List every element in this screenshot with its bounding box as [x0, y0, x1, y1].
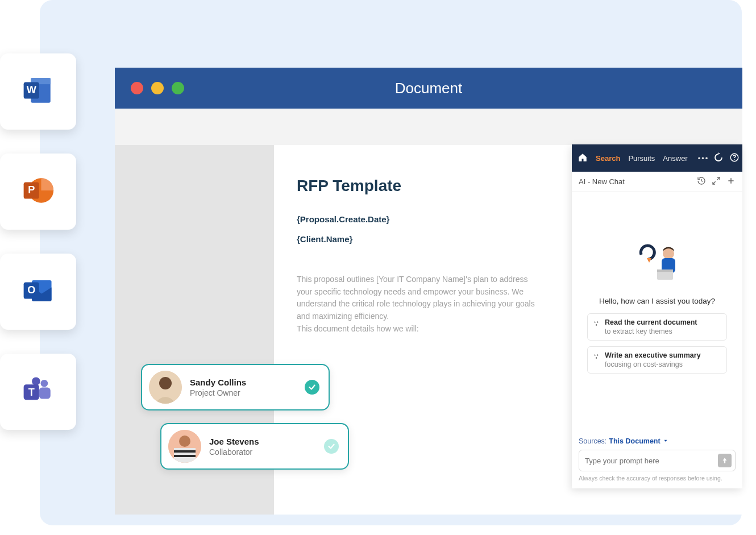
- svg-text:W: W: [27, 84, 37, 96]
- svg-line-24: [717, 177, 720, 180]
- collaborator-name: Sandy Collins: [190, 378, 297, 387]
- history-icon[interactable]: [697, 176, 706, 187]
- svg-point-10: [41, 380, 48, 387]
- template-field-client: {Client.Name}: [297, 234, 535, 244]
- outlook-app-card[interactable]: O: [0, 254, 76, 330]
- collaborator-name: Joe Stevens: [209, 437, 316, 446]
- suggestion-exec-summary[interactable]: Write an executive summary focusing on c…: [587, 346, 727, 374]
- svg-point-23: [734, 159, 736, 160]
- suggestion-sub: to extract key themes: [605, 327, 721, 335]
- powerpoint-app-card[interactable]: P: [0, 154, 76, 230]
- svg-rect-21: [174, 455, 196, 457]
- teams-icon: T: [22, 374, 55, 409]
- suggestion-title: Read the current document: [605, 318, 721, 326]
- check-icon: [324, 439, 339, 454]
- suggestion-sub: focusing on cost-savings: [605, 360, 721, 368]
- collaborator-role: Collaborator: [209, 447, 316, 457]
- collaborator-chip-collaborator[interactable]: Joe Stevens Collaborator: [160, 423, 349, 470]
- assistant-illustration: [634, 243, 680, 287]
- svg-point-11: [32, 377, 40, 385]
- svg-text:P: P: [28, 184, 35, 196]
- ai-disclaimer: Always check the accuracy of responses b…: [579, 475, 736, 482]
- body-paragraph-1: This proposal outlines [Your IT Company …: [297, 273, 535, 323]
- sources-value: This Document: [609, 437, 660, 445]
- svg-point-16: [159, 377, 172, 389]
- help-icon[interactable]: [729, 152, 740, 164]
- outlook-icon: O: [22, 274, 55, 309]
- collaborator-role: Project Owner: [190, 388, 297, 397]
- tab-search[interactable]: Search: [596, 154, 620, 163]
- ribbon: [115, 109, 742, 145]
- body-paragraph-2: This document details how we will:: [297, 323, 535, 335]
- chevron-down-icon: [663, 437, 668, 445]
- ai-center: Hello, how can I assist you today? Read …: [572, 192, 742, 433]
- tab-more[interactable]: •••: [698, 154, 709, 163]
- suggestion-title: Write an executive summary: [605, 351, 721, 359]
- word-icon: W: [22, 74, 55, 109]
- refresh-icon[interactable]: [713, 152, 724, 164]
- ai-subheader: AI - New Chat: [572, 172, 742, 192]
- svg-line-25: [713, 181, 716, 184]
- svg-point-18: [179, 436, 190, 447]
- expand-icon[interactable]: [712, 176, 721, 187]
- body-text: This proposal outlines [Your IT Company …: [297, 273, 535, 335]
- suggestion-read-document[interactable]: Read the current document to extract key…: [587, 313, 727, 341]
- teams-app-card[interactable]: T: [0, 354, 76, 430]
- app-launcher-stack: W P O T: [0, 53, 76, 430]
- prompt-input[interactable]: [585, 457, 718, 465]
- sources-selector[interactable]: Sources: This Document: [579, 437, 736, 445]
- send-button[interactable]: [718, 454, 732, 467]
- prompt-input-row: [579, 450, 736, 471]
- check-icon: [305, 380, 319, 395]
- ai-side-panel: Search Pursuits Answer ••• AI - New Chat: [572, 144, 742, 488]
- tab-pursuits[interactable]: Pursuits: [628, 154, 655, 163]
- home-icon[interactable]: [578, 152, 588, 164]
- template-field-date: {Proposal.Create.Date}: [297, 214, 535, 224]
- ai-greeting: Hello, how can I assist you today?: [599, 297, 715, 305]
- svg-text:T: T: [28, 387, 35, 398]
- word-app-card[interactable]: W: [0, 53, 76, 130]
- new-chat-icon[interactable]: [726, 176, 736, 187]
- page-title: RFP Template: [297, 177, 535, 195]
- ai-topbar: Search Pursuits Answer •••: [572, 144, 742, 172]
- window-title: Document: [115, 80, 742, 97]
- ai-bottom: Sources: This Document Always check the …: [572, 433, 742, 488]
- svg-marker-28: [647, 258, 651, 263]
- sources-label: Sources:: [579, 437, 607, 445]
- svg-rect-20: [174, 450, 196, 453]
- avatar: [168, 430, 201, 463]
- titlebar: Document: [115, 68, 742, 109]
- powerpoint-icon: P: [22, 174, 55, 209]
- svg-rect-12: [39, 388, 51, 399]
- svg-rect-32: [657, 269, 673, 272]
- svg-marker-33: [664, 440, 667, 442]
- svg-text:O: O: [27, 284, 35, 296]
- ai-subheader-label: AI - New Chat: [579, 177, 625, 186]
- tab-answer[interactable]: Answer: [663, 154, 687, 163]
- collaborator-chip-owner[interactable]: Sandy Collins Project Owner: [141, 364, 330, 410]
- avatar: [149, 371, 182, 404]
